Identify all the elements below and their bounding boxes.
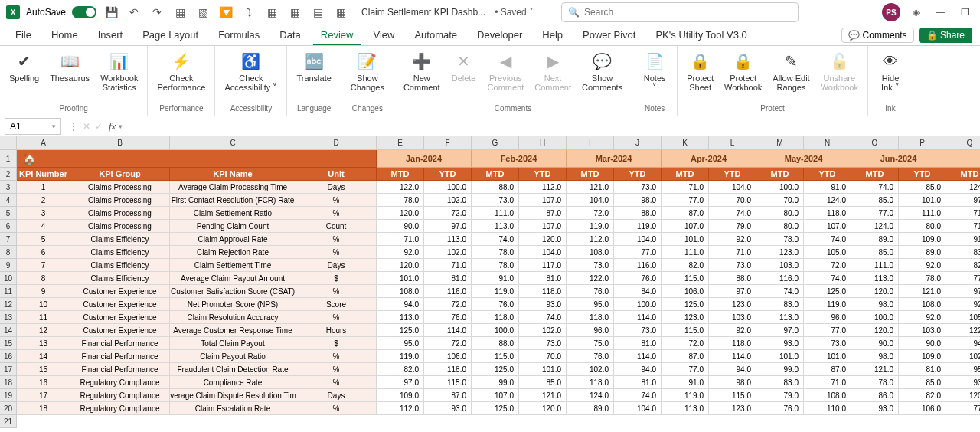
cell[interactable]: 73.0	[472, 194, 519, 207]
cell[interactable]: Financial Performance	[70, 337, 170, 350]
cell[interactable]: Claim Rejection Rate	[170, 246, 296, 259]
cell[interactable]: 103.0	[899, 324, 946, 337]
cell[interactable]: 9	[17, 285, 70, 298]
cell[interactable]: 125.0	[662, 298, 709, 311]
cell[interactable]: %	[296, 246, 377, 259]
row-header[interactable]: 3	[0, 181, 17, 194]
dropdown-icon[interactable]: ⋮	[69, 121, 78, 132]
cell[interactable]: Claims Processing	[70, 220, 170, 233]
cell[interactable]: 100.0	[614, 298, 662, 311]
cell[interactable]: 1	[17, 181, 70, 194]
cell[interactable]: Average Claim Dispute Resolution Time	[170, 389, 296, 402]
cell[interactable]: 95.0	[377, 337, 424, 350]
cell[interactable]: 96.0	[567, 324, 614, 337]
ribbon-check[interactable]: ⚡CheckPerformance	[152, 47, 210, 95]
cell[interactable]: 107.0	[804, 220, 851, 233]
cell[interactable]: 107.0	[472, 389, 519, 402]
row-header[interactable]: 14	[0, 324, 17, 337]
cell[interactable]: Days	[296, 181, 377, 194]
cell[interactable]: 113.0	[377, 311, 424, 324]
cell[interactable]: 92.0	[946, 298, 980, 311]
enter-icon[interactable]: ✓	[95, 121, 103, 132]
table-row[interactable]: 18Regulatory ComplianceClaim Escalation …	[17, 402, 980, 415]
cell[interactable]: 89.0	[851, 233, 899, 246]
cell[interactable]: 113.0	[756, 311, 804, 324]
cell[interactable]: Claims Efficiency	[70, 259, 170, 272]
cell[interactable]: 90.0	[899, 337, 946, 350]
cell[interactable]: %	[296, 363, 377, 376]
ribbon-translate[interactable]: 🔤Translate	[292, 47, 335, 86]
cell[interactable]: 105.0	[946, 311, 980, 324]
cell[interactable]: 78.0	[899, 272, 946, 285]
cell[interactable]: Claims Processing	[70, 194, 170, 207]
qat-icon[interactable]: ▦	[263, 4, 280, 21]
ribbon-new[interactable]: ➕NewComment	[399, 47, 445, 95]
cell[interactable]: Claim Payout Ratio	[170, 350, 296, 363]
cell[interactable]: 117.0	[519, 259, 567, 272]
cell[interactable]: 80.0	[756, 220, 804, 233]
cell[interactable]: Financial Performance	[70, 350, 170, 363]
table-row[interactable]: 8Claims EfficiencyAverage Claim Payout A…	[17, 272, 980, 285]
row-header[interactable]: 8	[0, 246, 17, 259]
cell[interactable]: 123.0	[662, 311, 709, 324]
cell[interactable]: 87.0	[804, 363, 851, 376]
cell[interactable]: 93.0	[424, 402, 472, 415]
cell[interactable]: 119.0	[804, 298, 851, 311]
cell[interactable]: 106.0	[899, 402, 946, 415]
row-header[interactable]: 7	[0, 233, 17, 246]
cell[interactable]: 89.0	[567, 402, 614, 415]
cancel-icon[interactable]: ✕	[83, 121, 90, 132]
cell[interactable]: 114.0	[614, 311, 662, 324]
row-header[interactable]: 21	[0, 415, 17, 428]
cell[interactable]: 80.0	[756, 207, 804, 220]
cell[interactable]: 88.0	[614, 207, 662, 220]
cell[interactable]: 104.0	[614, 402, 662, 415]
cell[interactable]: 101.0	[377, 272, 424, 285]
cell[interactable]: 99.0	[472, 376, 519, 389]
cell[interactable]: 115.0	[709, 389, 756, 402]
cell[interactable]: 95.0	[946, 363, 980, 376]
cell[interactable]: 119.0	[614, 220, 662, 233]
ribbon-protect[interactable]: 🔒ProtectWorkbook	[720, 47, 766, 95]
cell[interactable]: Regulatory Compliance	[70, 389, 170, 402]
tab-pk-s-utility-tool-v3-0[interactable]: PK's Utility Tool V3.0	[648, 26, 754, 45]
autosave-toggle[interactable]	[72, 6, 96, 18]
table-row[interactable]: 13Financial PerformanceTotal Claim Payou…	[17, 337, 980, 350]
cell[interactable]: 77.0	[662, 363, 709, 376]
col-header[interactable]: B	[70, 136, 170, 150]
cell[interactable]: 77.0	[946, 402, 980, 415]
table-row[interactable]: 17Regulatory ComplianceAverage Claim Dis…	[17, 389, 980, 402]
cell[interactable]: 8	[17, 272, 70, 285]
ribbon-show[interactable]: 💬ShowComments	[577, 47, 627, 95]
cell[interactable]: 90.0	[377, 220, 424, 233]
cell[interactable]: 102.0	[567, 363, 614, 376]
cell[interactable]: 74.0	[614, 389, 662, 402]
cell[interactable]: 72.0	[567, 207, 614, 220]
cell[interactable]: 72.0	[804, 259, 851, 272]
cell[interactable]: Claims Processing	[70, 207, 170, 220]
cell[interactable]: 76.0	[424, 311, 472, 324]
cell[interactable]: 10	[17, 298, 70, 311]
col-header[interactable]: O	[851, 136, 899, 150]
col-header[interactable]: I	[567, 136, 614, 150]
cell[interactable]: Days	[296, 389, 377, 402]
cell[interactable]: Customer Experience	[70, 311, 170, 324]
row-header[interactable]: 11	[0, 285, 17, 298]
cell[interactable]: 121.0	[567, 181, 614, 194]
cell[interactable]: 99.0	[756, 363, 804, 376]
cell[interactable]: Hours	[296, 324, 377, 337]
cell[interactable]: 122.0	[946, 324, 980, 337]
cell[interactable]: 105.0	[804, 246, 851, 259]
tab-home[interactable]: Home	[44, 26, 86, 45]
tab-developer[interactable]: Developer	[469, 26, 530, 45]
cell[interactable]: 120.0	[377, 259, 424, 272]
cell[interactable]: 5	[17, 233, 70, 246]
cell[interactable]: 118.0	[709, 337, 756, 350]
cell[interactable]: 7	[17, 259, 70, 272]
col-header[interactable]: L	[709, 136, 756, 150]
qat-icon[interactable]: ▦	[332, 4, 349, 21]
cell[interactable]: 74.0	[756, 285, 804, 298]
ribbon-spelling[interactable]: ✔Spelling	[5, 47, 44, 86]
cell[interactable]: %	[296, 285, 377, 298]
cell[interactable]: 98.0	[709, 376, 756, 389]
